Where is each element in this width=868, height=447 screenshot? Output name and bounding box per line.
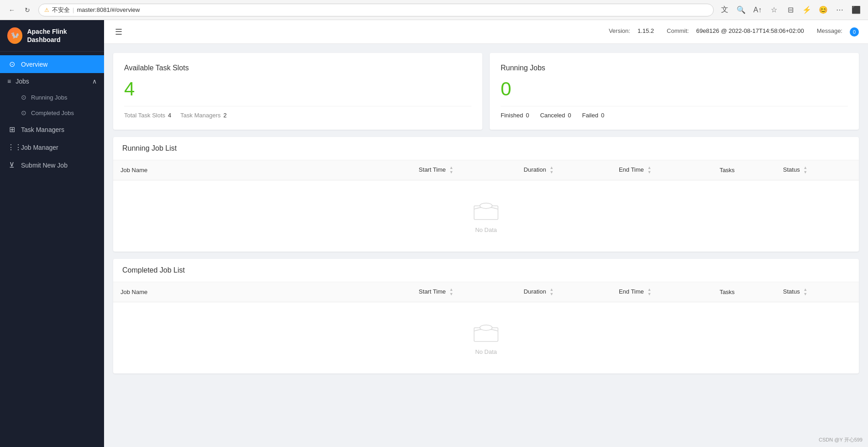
running-job-no-data-cell: No Data bbox=[113, 180, 859, 252]
watermark: CSDN @Y 开心599 bbox=[819, 436, 863, 443]
topbar-meta: Version: 1.15.2 Commit: 69e8126 @ 2022-0… bbox=[609, 27, 859, 37]
running-job-no-data-icon bbox=[120, 199, 852, 226]
app-title: Apache Flink Dashboard bbox=[27, 27, 97, 44]
svg-point-1 bbox=[480, 203, 492, 209]
back-button[interactable]: ← bbox=[5, 4, 18, 16]
running-job-no-data-row: No Data bbox=[113, 180, 859, 252]
address-bar-separator: | bbox=[73, 6, 74, 13]
favorites-icon[interactable]: ☆ bbox=[768, 4, 780, 16]
running-job-table-head: Job Name Start Time ▲▼ Duration bbox=[113, 160, 859, 180]
col-end-time-running[interactable]: End Time ▲▼ bbox=[612, 160, 712, 180]
browser-chrome: ← ↻ ⚠ 不安全 | master:8081/#/overview 文 🔍 A… bbox=[0, 0, 868, 20]
running-job-table-body: No Data bbox=[113, 180, 859, 252]
running-job-table-wrap: Job Name Start Time ▲▼ Duration bbox=[113, 160, 859, 252]
completed-job-no-data-text: No Data bbox=[120, 348, 852, 355]
sort-end-time-completed: ▲▼ bbox=[647, 288, 651, 296]
svg-point-3 bbox=[480, 325, 492, 331]
sidebar-item-completed-jobs[interactable]: ⊙ Completed Jobs bbox=[0, 105, 104, 121]
completed-job-no-data-row: No Data bbox=[113, 302, 859, 374]
sort-status-running: ▲▼ bbox=[803, 166, 807, 174]
finished-label: Finished bbox=[501, 112, 523, 119]
reload-button[interactable]: ↻ bbox=[21, 4, 34, 16]
overview-icon: ⊙ bbox=[7, 60, 16, 68]
col-start-time-running[interactable]: Start Time ▲▼ bbox=[412, 160, 517, 180]
failed-label: Failed bbox=[582, 112, 598, 119]
canceled-status: Canceled 0 bbox=[540, 112, 571, 119]
sidebar-item-jobs[interactable]: ≡ Jobs ∧ bbox=[0, 73, 104, 89]
jobs-icon: ≡ bbox=[7, 78, 11, 85]
completed-job-list-title: Completed Job List bbox=[113, 259, 859, 282]
sidebar-item-job-manager[interactable]: ⋮⋮ Job Manager bbox=[0, 138, 104, 156]
address-bar-warning-text: 不安全 bbox=[52, 6, 70, 14]
col-tasks-running[interactable]: Tasks bbox=[712, 160, 776, 180]
completed-job-list-section: Completed Job List Job Name Start Time bbox=[113, 259, 859, 373]
translate-icon[interactable]: 文 bbox=[718, 4, 731, 16]
col-duration-running[interactable]: Duration ▲▼ bbox=[517, 160, 612, 180]
more-icon[interactable]: ⋯ bbox=[833, 4, 846, 16]
cast-icon[interactable]: ⬛ bbox=[850, 4, 863, 16]
canceled-label: Canceled bbox=[540, 112, 565, 119]
completed-job-no-data-icon bbox=[120, 321, 852, 348]
completed-job-no-data-cell: No Data bbox=[113, 302, 859, 374]
sidebar-job-manager-label: Job Manager bbox=[21, 144, 58, 151]
total-task-slots-value: 4 bbox=[168, 112, 171, 119]
job-manager-icon: ⋮⋮ bbox=[7, 143, 16, 152]
address-bar[interactable]: ⚠ 不安全 | master:8081/#/overview bbox=[38, 4, 714, 16]
col-status-running[interactable]: Status ▲▼ bbox=[776, 160, 859, 180]
sidebar-item-running-jobs[interactable]: ⊙ Running Jobs bbox=[0, 89, 104, 105]
commit-value: 69e8126 @ 2022-08-17T14:58:06+02:00 bbox=[696, 27, 804, 37]
submit-job-icon: ⊻ bbox=[7, 161, 16, 169]
sidebar-completed-jobs-label: Completed Jobs bbox=[31, 110, 74, 116]
running-jobs-card-title: Running Jobs bbox=[501, 64, 848, 72]
task-slots-card-title: Available Task Slots bbox=[124, 64, 471, 72]
topbar: ☰ Version: 1.15.2 Commit: 69e8126 @ 2022… bbox=[104, 20, 868, 44]
completed-jobs-icon: ⊙ bbox=[21, 109, 26, 116]
sidebar-item-task-managers[interactable]: ⊞ Task Managers bbox=[0, 121, 104, 138]
search-browser-icon[interactable]: 🔍 bbox=[735, 4, 748, 16]
canceled-count: 0 bbox=[568, 112, 571, 119]
failed-count: 0 bbox=[601, 112, 604, 119]
sidebar-navigation: ⊙ Overview ≡ Jobs ∧ ⊙ Running Jobs ⊙ Com… bbox=[0, 52, 104, 178]
task-managers-item: Task Managers 2 bbox=[180, 112, 226, 119]
running-jobs-card: Running Jobs 0 Finished 0 Canceled 0 bbox=[490, 53, 859, 130]
profiles-icon[interactable]: 😊 bbox=[817, 4, 830, 16]
col-job-name-completed[interactable]: Job Name bbox=[113, 282, 412, 302]
col-tasks-completed[interactable]: Tasks bbox=[712, 282, 776, 302]
sidebar-item-submit-new-job[interactable]: ⊻ Submit New Job bbox=[0, 156, 104, 174]
sidebar-item-overview[interactable]: ⊙ Overview bbox=[0, 55, 104, 73]
sort-duration-completed: ▲▼ bbox=[549, 288, 554, 296]
message-badge: 0 bbox=[850, 27, 859, 37]
address-bar-url: master:8081/#/overview bbox=[77, 6, 140, 13]
sort-status-completed: ▲▼ bbox=[803, 288, 807, 296]
col-duration-completed[interactable]: Duration ▲▼ bbox=[517, 282, 612, 302]
sidebar: 🐿 Apache Flink Dashboard ⊙ Overview ≡ Jo… bbox=[0, 20, 104, 447]
task-managers-label: Task Managers bbox=[180, 112, 220, 119]
running-job-no-data-text: No Data bbox=[120, 226, 852, 233]
running-jobs-number: 0 bbox=[501, 79, 848, 99]
task-slots-number: 4 bbox=[124, 79, 471, 99]
sidebar-running-jobs-label: Running Jobs bbox=[31, 94, 68, 101]
chevron-up-icon: ∧ bbox=[92, 78, 97, 85]
message-count: 0 bbox=[853, 29, 856, 35]
extensions-icon[interactable]: ⚡ bbox=[800, 4, 813, 16]
sort-end-time-running: ▲▼ bbox=[647, 166, 651, 174]
failed-status: Failed 0 bbox=[582, 112, 605, 119]
task-managers-icon: ⊞ bbox=[7, 125, 16, 134]
browser-nav-buttons: ← ↻ bbox=[5, 4, 34, 16]
browser-toolbar-icons: 文 🔍 A↑ ☆ ⊟ ⚡ 😊 ⋯ ⬛ bbox=[718, 4, 863, 16]
hamburger-button[interactable]: ☰ bbox=[113, 25, 124, 39]
col-job-name-running[interactable]: Job Name bbox=[113, 160, 412, 180]
sort-start-time-completed: ▲▼ bbox=[449, 288, 453, 296]
font-icon[interactable]: A↑ bbox=[751, 4, 764, 16]
col-end-time-completed[interactable]: End Time ▲▼ bbox=[612, 282, 712, 302]
completed-job-table-wrap: Job Name Start Time ▲▼ Duration bbox=[113, 282, 859, 373]
split-view-icon[interactable]: ⊟ bbox=[784, 4, 797, 16]
col-start-time-completed[interactable]: Start Time ▲▼ bbox=[412, 282, 517, 302]
topbar-left: ☰ bbox=[113, 25, 124, 39]
main-content: Available Task Slots 4 Total Task Slots … bbox=[104, 44, 868, 447]
sidebar-item-overview-label: Overview bbox=[21, 61, 47, 68]
finished-status: Finished 0 bbox=[501, 112, 529, 119]
col-status-completed[interactable]: Status ▲▼ bbox=[776, 282, 859, 302]
main-area: ☰ Version: 1.15.2 Commit: 69e8126 @ 2022… bbox=[104, 20, 868, 447]
message-label: Message: bbox=[817, 27, 842, 37]
